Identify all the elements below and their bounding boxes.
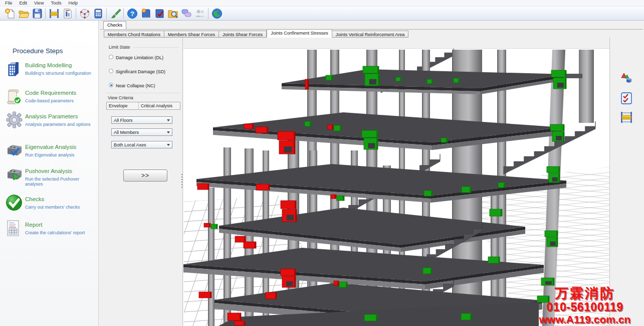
- gear-icon: [5, 111, 23, 132]
- sidebar-item-eigenvalue-analysis[interactable]: Eigenvalue Analysis Run Eigenvalue analy…: [5, 141, 98, 165]
- toolbar-separator: [45, 8, 46, 19]
- sidebar-item-analysis-parameters[interactable]: Analysis Parameters Analysis parameters …: [5, 111, 98, 134]
- subtab-joints-confinement-stresses[interactable]: Joints Confinement Stresses: [267, 29, 332, 38]
- save-project-icon[interactable]: [30, 7, 44, 20]
- sidebar-item-title: Report: [25, 222, 43, 228]
- main-toolbar: ?: [0, 7, 644, 21]
- sidebar-item-pushover-analysis[interactable]: Pushover Analysis Run the selected Pusho…: [5, 166, 98, 189]
- toolbar-separator: [208, 8, 208, 19]
- toolbar-separator: [106, 8, 107, 19]
- model-3d-viewport[interactable]: [183, 38, 609, 326]
- menu-help[interactable]: Help: [65, 1, 81, 6]
- menu-file[interactable]: File: [2, 1, 16, 6]
- radio-damage-limitation[interactable]: [109, 55, 113, 59]
- support-people-icon: [193, 7, 206, 20]
- tutorial-book-icon[interactable]: [139, 7, 152, 20]
- help-icon[interactable]: ?: [125, 7, 139, 20]
- view-toolbar: [609, 38, 644, 326]
- 3d-model-icon[interactable]: [78, 7, 91, 20]
- subtab-members-chord-rotations[interactable]: Members Chord Rotations: [104, 31, 164, 38]
- menu-bar: File Edit View Tools Help: [0, 0, 644, 7]
- radio-near-collapse[interactable]: [109, 83, 113, 87]
- scroll-check-icon: [5, 87, 23, 108]
- envelope-label: Envelope: [107, 102, 139, 109]
- radio-label-dl[interactable]: Damage Limitation (DL): [116, 55, 163, 60]
- calculator-icon[interactable]: [91, 7, 105, 20]
- sidebar-item-subtitle: Carry out members' checks: [25, 205, 80, 210]
- green-check-icon: [5, 194, 23, 214]
- radio-label-nc[interactable]: Near Collapse (NC): [116, 83, 155, 88]
- sidebar-item-title: Pushover Analysis: [25, 168, 72, 174]
- report-icon: [5, 219, 22, 241]
- sidebar-item-subtitle: Building's structural configuration: [25, 71, 91, 76]
- checks-book-icon[interactable]: [152, 7, 166, 20]
- sidebar-item-building-modelling[interactable]: Building Modelling Building's structural…: [5, 60, 98, 83]
- subtab-joints-vertical-reinforcement-area[interactable]: Joints Vertical Reinforcement Area: [332, 31, 409, 38]
- sidebar-item-checks[interactable]: Checks Carry out members' checks: [5, 194, 98, 217]
- section-view-icon[interactable]: [620, 111, 633, 124]
- toolbar-separator: [76, 8, 76, 19]
- new-project-icon[interactable]: [3, 7, 17, 20]
- building-icon: [5, 60, 23, 81]
- example-search-icon[interactable]: [166, 7, 179, 20]
- open-project-icon[interactable]: [17, 7, 30, 20]
- engine-check-icon: [5, 141, 24, 161]
- sidebar-item-title: Checks: [25, 196, 44, 202]
- sidebar-item-title: Building Modelling: [25, 62, 72, 68]
- floors-dropdown[interactable]: All Floors: [111, 116, 172, 124]
- checks-subtabs: Members Chord Rotations Members Shear Fo…: [104, 30, 408, 38]
- members-dropdown[interactable]: All Members: [111, 128, 172, 136]
- section-frame-icon[interactable]: [47, 7, 61, 20]
- menu-tools[interactable]: Tools: [47, 1, 65, 6]
- sidebar-item-subtitle: Create the calculations' report: [25, 230, 85, 235]
- sidebar-item-subtitle: Run Eigenvalue analysis: [25, 152, 75, 157]
- checks-control-panel: Limit State Damage Limitation (DL) Signi…: [102, 38, 181, 326]
- subtab-joints-shear-forces[interactable]: Joints Shear Forces: [219, 31, 267, 38]
- viewport-margin: [183, 38, 609, 49]
- view-criteria-label: View Criteria: [108, 95, 133, 100]
- toolbar-separator: [123, 8, 124, 19]
- svg-text:?: ?: [130, 10, 134, 18]
- sidebar-item-code-requirements[interactable]: Code Requirements Code-based parameters: [5, 87, 98, 110]
- envelope-analysis-row: Envelope Critical Analysis: [106, 102, 180, 110]
- local-axes-dropdown[interactable]: Both Local Axes: [111, 141, 172, 148]
- sidebar-item-subtitle: Run the selected Pushover analyses: [25, 177, 98, 187]
- sidebar-item-title: Code Requirements: [25, 90, 76, 96]
- sidebar-item-subtitle: Analysis parameters and options: [25, 122, 91, 127]
- sidebar-title: Procedure Steps: [13, 47, 63, 55]
- analysis-type-dropdown[interactable]: Critical Analysis: [139, 102, 180, 109]
- main-area: Checks Members Chord Rotations Members S…: [99, 21, 644, 326]
- radio-label-sd[interactable]: Significant Damage (SD): [116, 69, 165, 74]
- sidebar-item-report[interactable]: Report Create the calculations' report: [5, 219, 98, 242]
- chevron-down-icon: [167, 119, 170, 121]
- sidebar-item-subtitle: Code-based parameters: [25, 98, 74, 103]
- menu-view[interactable]: View: [31, 1, 47, 6]
- checks-summary-icon[interactable]: [620, 92, 633, 105]
- chevron-down-icon: [167, 131, 170, 133]
- building-3d-render[interactable]: [183, 49, 609, 326]
- style-brush-icon[interactable]: [108, 7, 122, 20]
- radio-significant-damage[interactable]: [109, 69, 113, 73]
- display-options-icon[interactable]: [620, 72, 633, 85]
- forum-chat-icon[interactable]: [179, 7, 193, 20]
- menu-edit[interactable]: Edit: [16, 1, 31, 6]
- web-globe-icon[interactable]: [210, 7, 224, 20]
- subtab-members-shear-forces[interactable]: Members Shear Forces: [164, 31, 219, 38]
- expand-results-button[interactable]: >>: [123, 170, 167, 182]
- chevron-down-icon: [167, 144, 170, 146]
- engine-play-icon: [5, 166, 24, 186]
- project-report-icon[interactable]: [61, 7, 74, 20]
- limit-state-label: Limit State: [109, 45, 130, 50]
- sidebar-item-title: Analysis Parameters: [25, 113, 78, 119]
- procedure-steps-sidebar: Procedure Steps Building Modelling Build…: [0, 21, 99, 326]
- sidebar-item-title: Eigenvalue Analysis: [25, 144, 76, 150]
- tab-checks[interactable]: Checks: [103, 21, 126, 29]
